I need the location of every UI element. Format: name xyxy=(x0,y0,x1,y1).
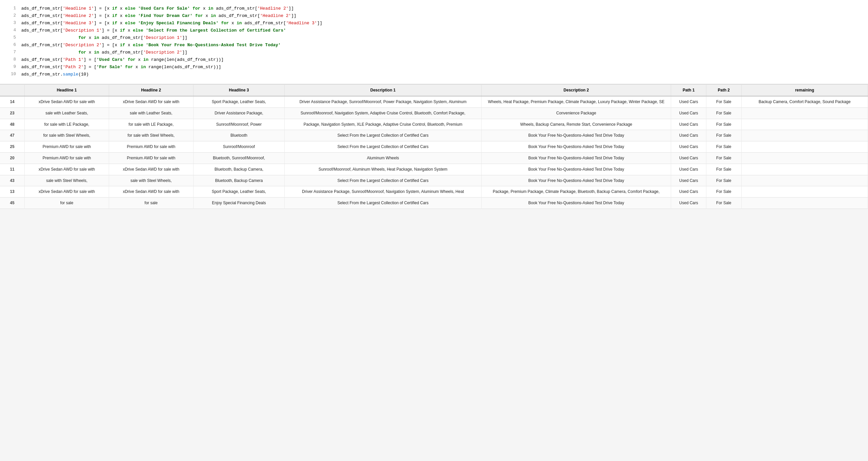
code-token: ads_df_from_str[ xyxy=(21,21,63,26)
table-header-8: remaining xyxy=(741,85,868,96)
table-cell-p1: Used Cars xyxy=(671,141,706,153)
code-token: if xyxy=(112,21,117,26)
code-content: ads_df_from_str.sample(10) xyxy=(21,71,861,78)
table-cell-p1: Used Cars xyxy=(671,152,706,164)
table-cell-d2: Book Your Free No-Questions-Asked Test D… xyxy=(481,130,671,141)
code-content: for x in ads_df_from_str['Description 1'… xyxy=(21,35,861,41)
code-token: 'Description 1' xyxy=(143,35,182,40)
table-cell-d2: Wheels, Backup Camera, Remote Start, Con… xyxy=(481,119,671,130)
code-token: for xyxy=(195,13,203,18)
table-cell-p1: Used Cars xyxy=(671,96,706,107)
code-token: ] = [ xyxy=(84,64,96,69)
table-header-6: Path 1 xyxy=(671,85,706,96)
table-cell-p2: For Sale xyxy=(706,152,741,164)
table-header-4: Description 1 xyxy=(285,85,482,96)
table-header-3: Headline 3 xyxy=(193,85,285,96)
table-cell-rem xyxy=(741,164,868,175)
table-cell-p1: Used Cars xyxy=(671,130,706,141)
table-cell-p1: Used Cars xyxy=(671,119,706,130)
table-cell-d2: Convenience Package xyxy=(481,107,671,119)
code-token: x xyxy=(117,21,125,26)
code-content: ads_df_from_str['Path 1'] = ['Used Cars'… xyxy=(21,57,861,64)
code-token: 'Enjoy Special Financing Deals' xyxy=(135,21,221,26)
table-cell-d1: Sunroof/Moonroof, Navigation System, Ada… xyxy=(285,107,482,119)
code-token: ]] xyxy=(182,50,188,55)
code-token: ads_df_from_str[ xyxy=(21,13,63,18)
table-section: Headline 1Headline 2Headline 3Descriptio… xyxy=(0,84,868,209)
table-row: 23sale with Leather Seats,sale with Leat… xyxy=(0,107,868,119)
table-cell-d1: Driver Assistance Package, Sunroof/Moonr… xyxy=(285,186,482,197)
code-token: for xyxy=(79,35,86,40)
table-header-2: Headline 2 xyxy=(109,85,193,96)
code-token: in xyxy=(141,64,146,69)
table-cell-h2: xDrive Sedan AWD for sale with xyxy=(109,96,193,107)
table-cell-h3: Bluetooth, Backup Camera xyxy=(193,175,285,186)
code-token: range(len(ads_df_from_str))] xyxy=(148,57,223,62)
code-token: ] = [x xyxy=(94,6,112,11)
table-cell-h3: Bluetooth, Backup Camera, xyxy=(193,164,285,175)
table-cell-h1: Premium AWD for sale with xyxy=(25,152,109,164)
table-cell-index: 14 xyxy=(0,96,25,107)
code-token: for xyxy=(79,50,86,55)
table-cell-h2: for sale with LE Package, xyxy=(109,119,193,130)
code-token: 'Headline 2' xyxy=(63,13,94,18)
table-cell-p2: For Sale xyxy=(706,119,741,130)
code-token: 'For Sale' xyxy=(96,64,122,69)
code-token: x xyxy=(125,42,133,48)
code-content: ads_df_from_str['Description 2'] = [x if… xyxy=(21,42,861,49)
table-cell-index: 47 xyxy=(0,130,25,141)
table-cell-index: 23 xyxy=(0,107,25,119)
code-token: 'Select From the Largest Collection of C… xyxy=(143,28,286,33)
code-token: 'Headline 3' xyxy=(63,21,94,26)
table-cell-p2: For Sale xyxy=(706,96,741,107)
code-token: in xyxy=(143,57,149,62)
table-cell-h1: for sale xyxy=(25,197,109,209)
code-token: 'Headline 2' xyxy=(257,6,289,11)
code-token: ads_df_from_str[ xyxy=(99,50,143,55)
table-cell-index: 48 xyxy=(0,119,25,130)
code-line: 5 for x in ads_df_from_str['Description … xyxy=(7,35,861,42)
table-cell-p2: For Sale xyxy=(706,186,741,197)
table-row: 45for salefor saleEnjoy Special Financin… xyxy=(0,197,868,209)
table-cell-h3: Bluetooth, Sunroof/Moonroof, xyxy=(193,152,285,164)
table-cell-rem xyxy=(741,197,868,209)
code-token xyxy=(122,64,125,69)
table-cell-rem xyxy=(741,119,868,130)
code-token: range(len(ads_df_from_str))] xyxy=(146,64,221,69)
table-cell-h2: Premium AWD for sale with xyxy=(109,152,193,164)
table-cell-d2: Book Your Free No-Questions-Asked Test D… xyxy=(481,152,671,164)
table-cell-d1: Package, Navigation System, XLE Package,… xyxy=(285,119,482,130)
table-cell-h2: sale with Leather Seats, xyxy=(109,107,193,119)
code-token: ]] xyxy=(317,21,322,26)
code-token: if xyxy=(112,6,117,11)
code-token: ads_df_from_str. xyxy=(21,72,63,77)
code-token: else xyxy=(133,28,143,33)
code-line: 4ads_df_from_str['Description 1'] = [x i… xyxy=(7,27,861,35)
table-cell-p1: Used Cars xyxy=(671,175,706,186)
table-cell-d1: Driver Assistance Package, Sunroof/Moonr… xyxy=(285,96,482,107)
code-token: 'Headline 2' xyxy=(260,13,291,18)
table-cell-h3: Bluetooth xyxy=(193,130,285,141)
code-token: x xyxy=(125,28,133,33)
table-cell-p2: For Sale xyxy=(706,130,741,141)
table-cell-p2: For Sale xyxy=(706,141,741,153)
table-cell-h1: xDrive Sedan AWD for sale with xyxy=(25,186,109,197)
table-row: 11xDrive Sedan AWD for sale withxDrive S… xyxy=(0,164,868,175)
table-header-0 xyxy=(0,85,25,96)
code-token: else xyxy=(125,6,135,11)
table-cell-rem xyxy=(741,130,868,141)
table-cell-h2: for sale with Steel Wheels, xyxy=(109,130,193,141)
table-cell-h1: xDrive Sedan AWD for sale with xyxy=(25,164,109,175)
line-number: 9 xyxy=(7,64,16,69)
code-line: 8ads_df_from_str['Path 1'] = ['Used Cars… xyxy=(7,57,861,64)
table-cell-h3: Sunroof/Moonroof xyxy=(193,141,285,153)
table-cell-h1: for sale with LE Package, xyxy=(25,119,109,130)
code-token: 'Path 1' xyxy=(63,57,84,62)
code-token: if xyxy=(120,42,125,48)
table-row: 20Premium AWD for sale withPremium AWD f… xyxy=(0,152,868,164)
table-cell-index: 43 xyxy=(0,175,25,186)
code-token: ads_df_from_str[ xyxy=(216,13,260,18)
code-token: x xyxy=(86,35,94,40)
table-cell-d1: Sunroof/Moonroof, Aluminum Wheels, Heat … xyxy=(285,164,482,175)
code-content: for x in ads_df_from_str['Description 2'… xyxy=(21,49,861,56)
